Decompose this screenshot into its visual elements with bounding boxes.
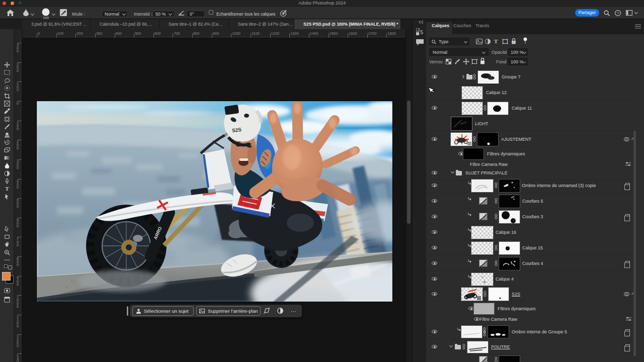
svg-text:T: T <box>5 186 9 192</box>
svg-text:?: ? <box>617 11 619 16</box>
svg-text:5: 5 <box>420 29 423 35</box>
